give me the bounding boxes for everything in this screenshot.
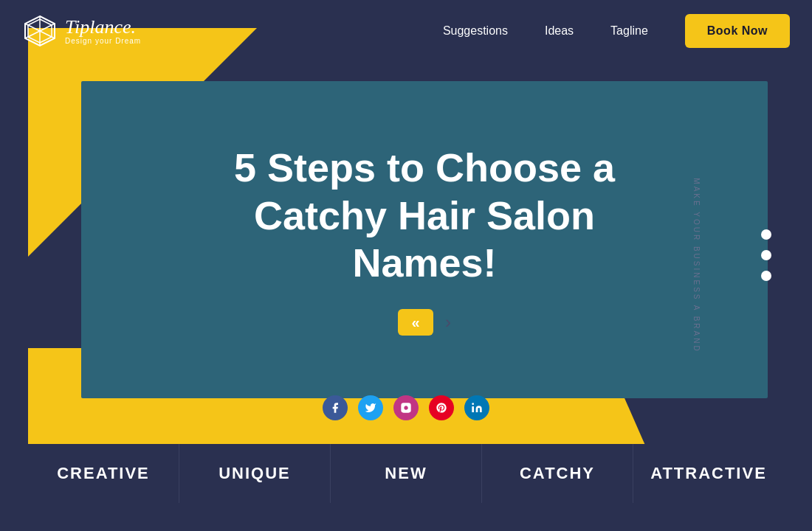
dot-3 [761,271,771,281]
arrow-left-button[interactable]: « [398,309,433,336]
nav-ideas[interactable]: Ideas [545,24,574,38]
arrow-right-button[interactable]: › [445,312,451,333]
navbar: Tiplance. Design your Dream Suggestions … [0,0,812,62]
category-new[interactable]: NEW [331,444,482,503]
right-dots [761,229,771,281]
dot-1 [761,229,771,240]
social-facebook[interactable] [323,395,348,420]
vertical-text: MAKE YOUR BUSINESS A BRAND [692,178,701,353]
bottom-categories: CREATIVE UNIQUE NEW CATCHY ATTRACTIVE [28,444,784,503]
logo-tagline: Design your Dream [65,37,141,45]
svg-point-7 [472,403,474,405]
social-instagram[interactable] [393,395,419,420]
social-linkedin[interactable] [464,395,489,420]
logo-icon [22,13,58,49]
nav-suggestions[interactable]: Suggestions [443,24,508,38]
category-attractive[interactable]: ATTRACTIVE [633,444,784,503]
dot-2 [761,250,771,260]
category-catchy[interactable]: CATCHY [482,444,633,503]
book-now-button[interactable]: Book Now [685,14,790,48]
social-pinterest[interactable] [429,395,454,420]
page-wrapper: MAKE YOUR BUSINESS A BRAND Tiplance. Des… [0,0,812,531]
hero-arrows: « › [398,309,451,336]
logo-text: Tiplance. [65,18,141,37]
nav-tagline[interactable]: Tagline [610,24,648,38]
logo-text-area: Tiplance. Design your Dream [65,18,141,45]
category-creative[interactable]: CREATIVE [28,444,179,503]
social-icons [0,395,812,420]
social-twitter[interactable] [358,395,383,420]
logo-area: Tiplance. Design your Dream [22,13,141,49]
nav-links: Suggestions Ideas Tagline Book Now [443,14,790,48]
hero-title: 5 Steps to Choose a Catchy Hair Salon Na… [148,144,701,287]
hero-section: 5 Steps to Choose a Catchy Hair Salon Na… [81,81,768,398]
category-unique[interactable]: UNIQUE [179,444,331,503]
